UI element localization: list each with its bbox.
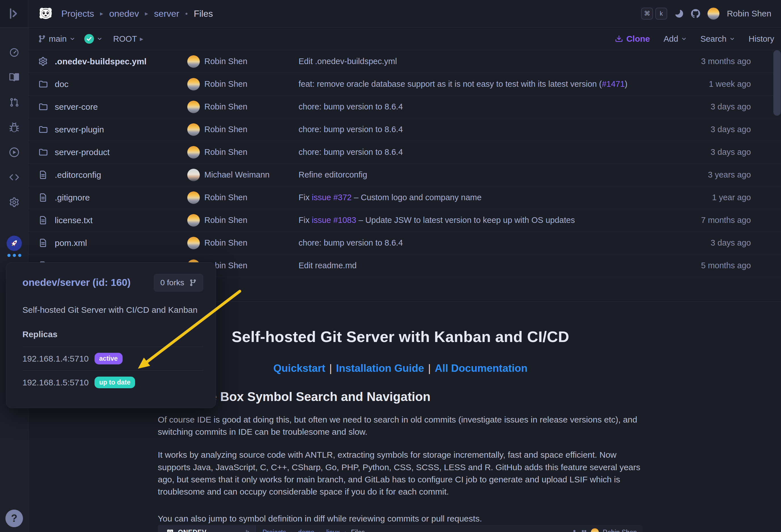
sidebar-item-settings[interactable]	[0, 197, 28, 207]
github-link[interactable]	[691, 9, 700, 18]
mini-avatar	[591, 528, 599, 532]
commit-date: 3 days ago	[627, 125, 751, 134]
sidebar-item-issues[interactable]	[0, 123, 28, 132]
author-name: Robin Shen	[204, 79, 247, 89]
table-row[interactable]: .editorconfig Michael Weimann Refine edi…	[28, 164, 781, 186]
author-name: Robin Shen	[204, 57, 247, 66]
readme-paragraph: It works by analyzing source code with A…	[158, 449, 643, 498]
dark-mode-toggle[interactable]	[674, 9, 684, 18]
table-row[interactable]: .gitignore Robin Shen Fix issue #372 – C…	[28, 186, 781, 209]
caret-right-icon: ▸	[140, 35, 143, 43]
gear-icon	[9, 197, 19, 207]
onedev-logo-icon[interactable]	[38, 6, 53, 21]
commit-message[interactable]: Fix issue #1083 – Update JSW to latest v…	[298, 216, 627, 225]
commit-date: 1 year ago	[627, 193, 751, 202]
table-row[interactable]: server-plugin Robin Shen chore: bump ver…	[28, 118, 781, 141]
user-avatar[interactable]	[707, 8, 720, 19]
forks-button[interactable]: 0 forks	[154, 274, 203, 292]
author-name: Robin Shen	[204, 193, 247, 202]
chevron-down-icon	[681, 36, 687, 42]
readme-screenshot-image: ONEDEV Projects ▸ demo ▸ linux • Files R…	[158, 525, 643, 532]
clone-button[interactable]: Clone	[615, 34, 650, 44]
doc-links: Quickstart|Installation Guide|All Docume…	[158, 362, 643, 374]
breadcrumb-projects[interactable]: Projects	[61, 8, 94, 19]
commit-message[interactable]: Edit .onedev-buildspec.yml	[298, 57, 627, 66]
branch-selector[interactable]: main	[38, 34, 75, 44]
commit-message[interactable]: Refine editorconfig	[298, 170, 627, 179]
book-icon	[9, 73, 19, 82]
author-name: Robin Shen	[204, 216, 247, 225]
chevron-down-icon	[70, 36, 75, 42]
issue-link[interactable]: issue #1083	[312, 216, 356, 225]
quickstart-link[interactable]: Quickstart	[273, 362, 325, 374]
file-name-link[interactable]: server-core	[55, 102, 98, 112]
commit-date: 3 days ago	[627, 238, 751, 248]
table-row[interactable]: pom.xml Robin Shen chore: bump version t…	[28, 232, 781, 254]
file-name-link[interactable]: pom.xml	[55, 238, 87, 248]
file-name-link[interactable]: license.txt	[55, 216, 92, 225]
file-name-link[interactable]: doc	[55, 79, 69, 89]
table-row[interactable]: license.txt Robin Shen Fix issue #1083 –…	[28, 209, 781, 232]
table-row[interactable]: server-product Robin Shen chore: bump ve…	[28, 141, 781, 164]
readme-title: Self-hosted Git Server with Kanban and C…	[158, 328, 643, 345]
breadcrumb-onedev[interactable]: onedev	[109, 8, 139, 19]
project-description: Self-hosted Git Server with CI/CD and Ka…	[23, 305, 203, 315]
issue-link[interactable]: #1471	[602, 79, 625, 88]
sidebar-item-builds[interactable]	[0, 147, 28, 157]
fork-icon	[189, 279, 197, 286]
breadcrumb-server[interactable]: server	[154, 8, 179, 19]
current-user-name[interactable]: Robin Shen	[727, 9, 771, 18]
pin-icon	[572, 529, 577, 532]
popover-title: onedev/server (id: 160)	[23, 274, 130, 288]
sidebar-item-rocket[interactable]	[0, 236, 28, 251]
path-root[interactable]: ROOT ▸	[113, 34, 143, 44]
file-name-link[interactable]: .onedev-buildspec.yml	[55, 57, 147, 66]
dot-separator: •	[185, 9, 188, 18]
history-button[interactable]: History	[749, 34, 774, 44]
table-row[interactable]: .onedev-buildspec.yml Robin Shen Edit .o…	[28, 50, 781, 73]
replica-address: 192.168.1.5:5710	[23, 378, 89, 387]
commit-message[interactable]: Edit readme.md	[298, 261, 627, 270]
commit-date: 1 week ago	[627, 79, 751, 89]
commit-message[interactable]: Fix issue #372 – Custom logo and company…	[298, 193, 627, 202]
file-type-icon	[39, 216, 47, 225]
sidebar-item-dashboard[interactable]	[0, 48, 28, 57]
breadcrumb-current-page: Files	[194, 8, 213, 19]
commit-message[interactable]: chore: bump version to 8.6.4	[298, 238, 627, 248]
file-table: .onedev-buildspec.yml Robin Shen Edit .o…	[28, 50, 781, 277]
gauge-icon	[9, 48, 19, 57]
chevron-right-icon: ▸	[145, 10, 148, 17]
commit-message[interactable]: feat: remove oracle database support as …	[298, 79, 627, 89]
build-status-selector[interactable]	[79, 34, 102, 44]
k-key: k	[655, 8, 667, 19]
installation-guide-link[interactable]: Installation Guide	[336, 362, 424, 374]
search-menu[interactable]: Search	[700, 34, 735, 44]
chevron-down-icon	[97, 36, 102, 42]
issue-link[interactable]: issue #372	[312, 193, 352, 202]
commit-message[interactable]: chore: bump version to 8.6.4	[298, 147, 627, 157]
commit-message[interactable]: chore: bump version to 8.6.4	[298, 125, 627, 134]
keyboard-shortcut-hint[interactable]: ⌘ k	[641, 8, 667, 19]
play-circle-icon	[9, 147, 19, 157]
sidebar-item-code[interactable]	[0, 172, 28, 182]
help-button[interactable]: ?	[0, 509, 28, 527]
file-name-link[interactable]: server-plugin	[55, 125, 104, 134]
add-menu[interactable]: Add	[663, 34, 687, 44]
sidebar-item-pull-requests[interactable]	[0, 97, 28, 107]
commit-message[interactable]: chore: bump version to 8.6.4	[298, 102, 627, 112]
loading-dots-icon	[0, 254, 28, 257]
file-name-link[interactable]: server-product	[55, 147, 110, 157]
table-row[interactable]: doc Robin Shen feat: remove oracle datab…	[28, 73, 781, 96]
sidebar-expand-button[interactable]	[0, 0, 28, 28]
all-documentation-link[interactable]: All Documentation	[435, 362, 528, 374]
table-row[interactable]: server-core Robin Shen chore: bump versi…	[28, 96, 781, 118]
file-type-icon	[39, 80, 47, 88]
sidebar-item-docs[interactable]	[0, 73, 28, 82]
vertical-scrollbar[interactable]	[773, 50, 781, 116]
author-avatar	[187, 123, 200, 136]
pin-icon	[245, 529, 251, 532]
file-name-link[interactable]: .gitignore	[55, 193, 90, 203]
onedev-logo-icon	[166, 529, 174, 532]
author-avatar	[187, 146, 200, 159]
file-name-link[interactable]: .editorconfig	[55, 170, 101, 180]
